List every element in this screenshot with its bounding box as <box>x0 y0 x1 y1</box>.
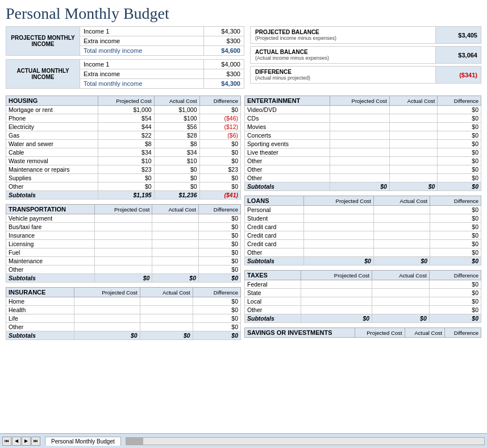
actual-row-1-value: $4,000 <box>204 60 244 69</box>
proj-total-value: $4,600 <box>204 46 244 55</box>
ins-col-diff: Difference <box>193 288 240 297</box>
difference-block: DIFFERENCE (Actual minus projected) ($34… <box>250 66 481 84</box>
projected-income-label: PROJECTED MONTHLY INCOME <box>6 27 80 55</box>
actual-row-2-name: Extra income <box>80 69 204 78</box>
proj-row-2-value: $300 <box>204 36 244 45</box>
table-row: Fuel$0 <box>6 248 241 257</box>
trans-col-actual: Actual Cost <box>152 205 199 214</box>
loans-col-actual: Actual Cost <box>373 196 430 206</box>
table-row: Insurance$0 <box>6 231 241 240</box>
taskbar: ⏮ ◀ ▶ ⏭ Personal Monthly Budget <box>0 433 487 448</box>
table-row: Credit card$0 <box>245 223 481 231</box>
ent-col-actual: Actual Cost <box>389 96 438 106</box>
page-title: Personal Monthly Budget <box>0 0 487 25</box>
taxes-table: TAXES Projected Cost Actual Cost Differe… <box>244 270 481 323</box>
sheet-tab[interactable]: Personal Monthly Budget <box>45 437 121 446</box>
actual-total-name: Total monthly income <box>80 79 204 88</box>
horizontal-scrollbar[interactable] <box>126 437 485 445</box>
taxes-subtotal: Subtotals$0$0$0 <box>245 314 481 323</box>
table-row: Movies$0 <box>245 123 481 131</box>
actual-balance-value: $3,064 <box>435 47 481 63</box>
nav-last-button[interactable]: ⏭ <box>31 437 40 446</box>
table-row: Cable$34$34$0 <box>6 148 241 157</box>
housing-col-proj: Projected Cost <box>98 96 154 106</box>
page: Personal Monthly Budget PROJECTED MONTHL… <box>0 0 487 448</box>
table-row: Mortgage or rent$1,000$1,000$0 <box>6 106 241 114</box>
savings-header: SAVINGS OR INVESTMENTS <box>245 328 355 338</box>
table-row: Other$0 <box>245 174 481 182</box>
table-row: Other$0$0$0 <box>6 182 241 191</box>
actual-row-1: Income 1 $4,000 <box>80 60 244 69</box>
table-row: Waste removal$10$10$0 <box>6 157 241 165</box>
ins-col-proj: Projected Cost <box>74 288 140 297</box>
table-row: Water and sewer$8$8$0 <box>6 140 241 148</box>
table-row: Credit card$0 <box>245 240 481 248</box>
income-tables: PROJECTED MONTHLY INCOME Income 1 $4,300… <box>6 26 244 92</box>
entertainment-table: ENTERTAINMENT Projected Cost Actual Cost… <box>244 96 481 191</box>
housing-col-diff: Difference <box>199 96 240 106</box>
table-row: Phone$54$100($46) <box>6 114 241 123</box>
transportation-table: TRANSPORTATION Projected Cost Actual Cos… <box>6 204 241 283</box>
proj-total-name: Total monthly income <box>80 46 204 55</box>
sheet-nav: ⏮ ◀ ▶ ⏭ <box>2 437 40 446</box>
ent-col-diff: Difference <box>438 96 481 106</box>
table-row: Vehicle payment$0 <box>6 214 241 223</box>
scrollbar-thumb <box>126 438 143 445</box>
taxes-col-actual: Actual Cost <box>372 271 430 280</box>
table-row: Home$0 <box>6 297 241 306</box>
top-section: PROJECTED MONTHLY INCOME Income 1 $4,300… <box>0 25 487 93</box>
table-row: Maintenance or repairs$23$0$23 <box>6 165 241 174</box>
actual-income-block: ACTUAL MONTHLY INCOME Income 1 $4,000 Ex… <box>6 59 244 89</box>
transportation-header: TRANSPORTATION <box>6 205 95 214</box>
table-row: Life$0 <box>6 314 241 323</box>
entertainment-header: ENTERTAINMENT <box>245 96 330 106</box>
difference-value: ($341) <box>435 67 481 83</box>
actual-income-rows: Income 1 $4,000 Extra income $300 Total … <box>80 60 244 88</box>
balance-tables: PROJECTED BALANCE (Projected income minu… <box>250 26 481 92</box>
actual-row-total: Total monthly income $4,300 <box>80 79 244 88</box>
proj-row-1-name: Income 1 <box>80 27 204 36</box>
savings-table: SAVINGS OR INVESTMENTS Projected Cost Ac… <box>244 327 481 338</box>
loans-header: LOANS <box>245 196 304 206</box>
table-row: Other$0 <box>6 323 241 331</box>
ent-subtotal: Subtotals$0$0$0 <box>245 182 481 191</box>
table-row: Bus/taxi fare$0 <box>6 223 241 231</box>
nav-prev-button[interactable]: ◀ <box>12 437 21 446</box>
proj-row-2-name: Extra income <box>80 36 204 45</box>
savings-col-diff: Difference <box>445 328 481 338</box>
savings-col-proj: Projected Cost <box>355 328 405 338</box>
difference-label: DIFFERENCE (Actual minus projected) <box>251 67 435 83</box>
actual-balance-label: ACTUAL BALANCE (Actual income minus expe… <box>251 47 435 63</box>
actual-balance-block: ACTUAL BALANCE (Actual income minus expe… <box>250 46 481 64</box>
table-row: Video/DVD$0 <box>245 106 481 114</box>
taxes-col-diff: Difference <box>429 271 481 280</box>
table-row: Other$0 <box>6 266 241 274</box>
left-col: HOUSING Projected Cost Actual Cost Diffe… <box>6 96 244 345</box>
table-row: Maintenance$0 <box>6 257 241 266</box>
nav-first-button[interactable]: ⏮ <box>2 437 11 446</box>
proj-row-1: Income 1 $4,300 <box>80 27 244 36</box>
taxes-col-proj: Projected Cost <box>301 271 372 280</box>
table-row: CDs$0 <box>245 114 481 123</box>
table-row: Federal$0 <box>245 280 481 289</box>
actual-row-1-name: Income 1 <box>80 60 204 69</box>
main-grid: HOUSING Projected Cost Actual Cost Diffe… <box>0 93 487 345</box>
projected-balance-value: $3,405 <box>435 27 481 43</box>
taxes-header: TAXES <box>245 271 301 280</box>
nav-next-button[interactable]: ▶ <box>22 437 31 446</box>
actual-income-label: ACTUAL MONTHLY INCOME <box>6 60 80 88</box>
projected-income-block: PROJECTED MONTHLY INCOME Income 1 $4,300… <box>6 26 244 56</box>
loans-subtotal: Subtotals$0$0$0 <box>245 257 481 266</box>
table-row: Health$0 <box>6 306 241 314</box>
table-row: Licensing$0 <box>6 240 241 248</box>
loans-col-diff: Difference <box>430 196 481 206</box>
actual-row-2-value: $300 <box>204 69 244 78</box>
trans-subtotal: Subtotals$0$0$0 <box>6 274 241 283</box>
actual-total-value: $4,300 <box>204 79 244 88</box>
projected-balance-sub: (Projected income minus expenses) <box>255 35 431 41</box>
table-row: Other$0 <box>245 306 481 314</box>
savings-col-actual: Actual Cost <box>405 328 445 338</box>
table-row: Other$0 <box>245 248 481 257</box>
insurance-header: INSURANCE <box>6 288 74 297</box>
table-row: Student$0 <box>245 214 481 223</box>
